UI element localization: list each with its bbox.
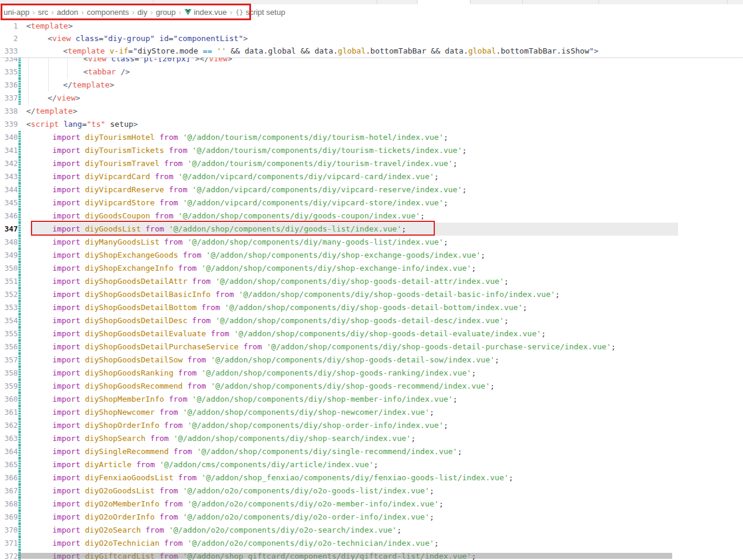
line-number[interactable]: 336 [0,79,18,92]
token [80,329,85,338]
code-line-361[interactable]: 361import diyShopNewcomer from '@/addon/… [0,406,743,419]
code-line-359[interactable]: 359import diyShopGoodsRecommend from '@/… [0,380,743,393]
code-line-2[interactable]: 2<view class="diy-group" id="componentLi… [0,32,743,45]
line-number[interactable]: 365 [0,458,18,471]
code-line-357[interactable]: 357import diyShopGoodsDetailSow from '@/… [0,353,743,367]
code-line-338[interactable]: 338</template> [0,105,743,118]
code-line-356[interactable]: 356import diyShopGoodsDetailPurchaseServ… [0,340,743,353]
code-line-333[interactable]: 333<template v-if="diyStore.mode == '' &… [0,45,743,57]
code-line-358[interactable]: 358import diyShopGoodsRanking from '@/ad… [0,367,743,380]
line-number[interactable]: 338 [0,105,18,118]
code-line-339[interactable]: 339<script lang="ts" setup> [0,118,743,131]
line-number[interactable]: 368 [0,498,18,511]
line-number[interactable]: 341 [0,144,18,157]
line-number[interactable]: 359 [0,380,18,393]
code-line-364[interactable]: 364import diySingleRecommend from '@/add… [0,445,743,458]
breadcrumb-item-addon[interactable]: addon [57,8,78,17]
line-number[interactable]: 340 [0,131,18,144]
line-number[interactable]: 348 [0,236,18,249]
line-number[interactable]: 367 [0,484,18,498]
breadcrumb-item-index-vue[interactable]: index.vue [184,8,227,17]
line-number[interactable]: 1 [0,20,18,32]
line-number[interactable]: 343 [0,170,18,183]
code-line-352[interactable]: 352import diyShopGoodsDetailBasicInfo fr… [0,288,743,301]
line-number[interactable]: 353 [0,301,18,314]
line-number[interactable]: 361 [0,406,18,419]
tab-bar[interactable] [0,0,743,4]
line-number[interactable]: 334 [0,58,18,65]
breadcrumb-item-script-setup[interactable]: {}script setup [236,8,286,17]
code-line-362[interactable]: 362import diyShopOrderInfo from '@/addon… [0,419,743,432]
code-line-349[interactable]: 349import diyShopExchangeGoods from '@/a… [0,249,743,262]
code-line-343[interactable]: 343import diyVipcardCard from '@/addon/v… [0,170,743,183]
line-number[interactable]: 358 [0,367,18,380]
code-line-334[interactable]: 334<view class="pt-[20rpx]"></view> [0,58,743,65]
line-number[interactable]: 355 [0,327,18,340]
line-number[interactable]: 357 [0,353,18,367]
line-number[interactable]: 347 [0,223,18,236]
line-number[interactable]: 335 [0,65,18,79]
tab-divider [153,0,153,4]
active-tab[interactable] [417,0,470,4]
code-line-345[interactable]: 345import diyVipcardStore from '@/addon/… [0,196,743,209]
code-line-350[interactable]: 350import diyShopExchangeInfo from '@/ad… [0,262,743,275]
line-number[interactable]: 360 [0,393,18,406]
code-line-355[interactable]: 355import diyShopGoodsDetailEvaluate fro… [0,327,743,340]
line-number[interactable]: 362 [0,419,18,432]
code-line-337[interactable]: 337</view> [0,92,743,105]
breadcrumb-item-uni-app[interactable]: uni-app [4,8,29,17]
code-line-353[interactable]: 353import diyShopGoodsDetailBottom from … [0,301,743,314]
line-number[interactable]: 351 [0,275,18,288]
code-line-366[interactable]: 366import diyFenxiaoGoodsList from '@/ad… [0,471,743,484]
line-number[interactable]: 352 [0,288,18,301]
line-number[interactable]: 2 [0,32,18,45]
code-line-347[interactable]: 347import diyGoodsList from '@/addon/sho… [0,223,743,236]
line-number[interactable]: 356 [0,340,18,353]
code-line-344[interactable]: 344import diyVipcardReserve from '@/addo… [0,183,743,196]
line-number[interactable]: 366 [0,471,18,484]
code-line-365[interactable]: 365import diyArticle from '@/addon/cms/c… [0,458,743,471]
code-line-346[interactable]: 346import diyGoodsCoupon from '@/addon/s… [0,209,743,223]
code-line-354[interactable]: 354import diyShopGoodsDetailDesc from '@… [0,314,743,327]
line-number[interactable]: 363 [0,432,18,445]
code-line-342[interactable]: 342import diyTourismTravel from '@/addon… [0,157,743,170]
line-number[interactable]: 344 [0,183,18,196]
code-viewport[interactable]: 335<tabbar />336</template>337</view>338… [0,65,743,560]
line-number[interactable]: 333 [0,45,18,57]
code-line-340[interactable]: 340import diyTourismHotel from '@/addon/… [0,131,743,144]
line-number[interactable]: 349 [0,249,18,262]
line-number[interactable]: 370 [0,524,18,537]
line-number[interactable]: 339 [0,118,18,131]
code-line-336[interactable]: 336</template> [0,79,743,92]
editor-pane[interactable]: 1<template>2<view class="diy-group" id="… [0,20,743,560]
breadcrumb-item-src[interactable]: src [38,8,48,17]
code-line-363[interactable]: 363import diyShopSearch from '@/addon/sh… [0,432,743,445]
code-line-371[interactable]: 371import diyO2oTechnician from '@/addon… [0,537,743,550]
line-number[interactable]: 342 [0,157,18,170]
breadcrumb-item-group[interactable]: group [156,8,175,17]
code-line-351[interactable]: 351import diyShopGoodsDetailAttr from '@… [0,275,743,288]
code-line-370[interactable]: 370import diyO2oSearch from '@/addon/o2o… [0,524,743,537]
code-line-360[interactable]: 360import diyShopMemberInfo from '@/addo… [0,393,743,406]
line-number[interactable]: 369 [0,511,18,524]
line-number[interactable]: 346 [0,209,18,223]
breadcrumb-item-diy[interactable]: diy [137,8,148,17]
code-line-1[interactable]: 1<template> [0,20,743,32]
code-line-368[interactable]: 368import diyO2oMemberInfo from '@/addon… [0,498,743,511]
line-number[interactable]: 371 [0,537,18,550]
line-number[interactable]: 372 [0,550,18,560]
code-line-348[interactable]: 348import diyManyGoodsList from '@/addon… [0,236,743,249]
horizontal-scrollbar[interactable] [18,553,672,559]
line-number[interactable]: 354 [0,314,18,327]
line-number[interactable]: 350 [0,262,18,275]
code-line-367[interactable]: 367import diyO2oGoodsList from '@/addon/… [0,484,743,498]
partial-line-334[interactable]: 334<view class="pt-[20rpx]"></view> [0,58,743,65]
code-line-341[interactable]: 341import diyTourismTickets from '@/addo… [0,144,743,157]
sticky-scroll[interactable]: 1<template>2<view class="diy-group" id="… [0,20,743,58]
code-line-369[interactable]: 369import diyO2oOrderInfo from '@/addon/… [0,511,743,524]
line-number[interactable]: 345 [0,196,18,209]
line-number[interactable]: 337 [0,92,18,105]
code-line-335[interactable]: 335<tabbar /> [0,65,743,79]
breadcrumb-item-components[interactable]: components [87,8,129,17]
line-number[interactable]: 364 [0,445,18,458]
